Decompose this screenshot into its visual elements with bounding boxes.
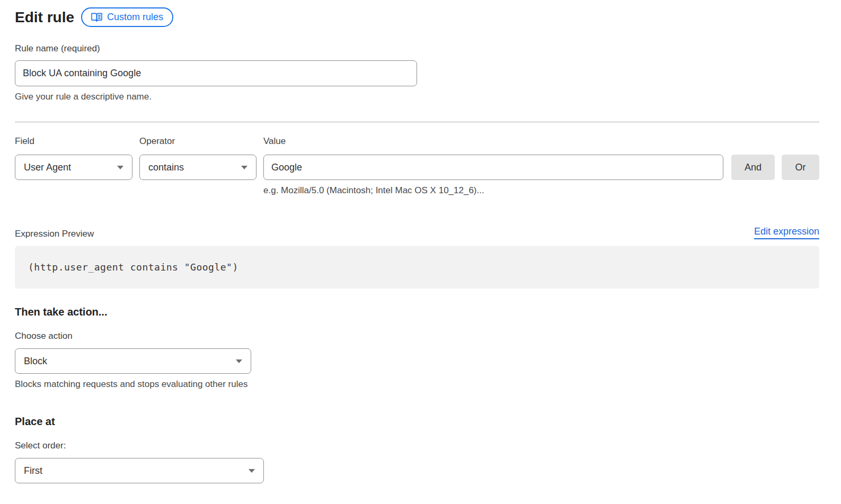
action-select-value: Block (24, 356, 47, 367)
choose-action-label: Choose action (15, 331, 819, 341)
operator-column: Operator contains (139, 136, 256, 180)
action-select[interactable]: Block (15, 348, 251, 374)
chevron-down-icon (117, 166, 123, 169)
rule-name-label: Rule name (required) (15, 43, 819, 54)
or-button[interactable]: Or (782, 155, 819, 180)
and-button[interactable]: And (731, 155, 775, 180)
field-label: Field (15, 136, 132, 147)
value-help: e.g. Mozilla/5.0 (Macintosh; Intel Mac O… (263, 185, 723, 196)
expression-preview-header: Expression Preview Edit expression (15, 226, 819, 239)
page-header: Edit rule Custom rules (15, 7, 819, 27)
expression-preview-label: Expression Preview (15, 229, 94, 239)
page-title: Edit rule (15, 7, 74, 27)
value-column: Value e.g. Mozilla/5.0 (Macintosh; Intel… (263, 136, 723, 196)
operator-select-value: contains (148, 162, 184, 173)
chevron-down-icon (241, 166, 247, 169)
custom-rules-badge-label: Custom rules (107, 12, 163, 23)
custom-rules-badge[interactable]: Custom rules (81, 7, 173, 27)
edit-expression-link[interactable]: Edit expression (754, 226, 819, 239)
value-label: Value (263, 136, 723, 147)
order-select[interactable]: First (15, 458, 264, 483)
expression-builder-row: Field User Agent Operator contains Value… (15, 136, 819, 196)
expression-preview-code: (http.user_agent contains "Google") (15, 246, 819, 289)
action-section-heading: Then take action... (15, 306, 819, 318)
section-divider (15, 122, 819, 122)
select-order-label: Select order: (15, 440, 819, 451)
operator-select[interactable]: contains (139, 155, 256, 180)
order-select-value: First (24, 465, 42, 476)
book-icon (91, 12, 102, 22)
field-column: Field User Agent (15, 136, 132, 180)
rule-name-help: Give your rule a descriptive name. (15, 91, 819, 102)
connector-buttons: And Or (731, 136, 819, 180)
field-select[interactable]: User Agent (15, 155, 132, 180)
value-input[interactable] (263, 155, 723, 180)
placement-section-heading: Place at (15, 416, 819, 428)
field-select-value: User Agent (24, 162, 71, 173)
action-help: Blocks matching requests and stops evalu… (15, 379, 819, 390)
operator-label: Operator (139, 136, 256, 147)
chevron-down-icon (236, 359, 242, 363)
edit-rule-form: Edit rule Custom rules Rule name (requir… (0, 0, 841, 483)
rule-name-input[interactable] (15, 60, 417, 86)
chevron-down-icon (249, 469, 255, 473)
